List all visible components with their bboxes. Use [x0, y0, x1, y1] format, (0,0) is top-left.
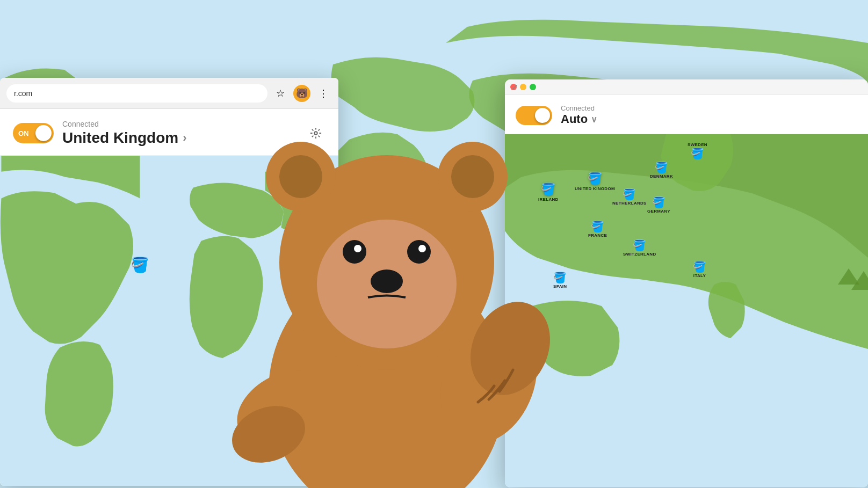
netherlands-pin: 🪣 NETHERLANDS [612, 188, 647, 206]
connected-status: Connected [62, 120, 298, 128]
desktop-connected-label: Connected [561, 104, 597, 112]
desktop-chevron-icon: ∨ [591, 114, 597, 125]
chevron-right-icon: › [183, 131, 186, 145]
desktop-map-svg [505, 134, 868, 487]
minimize-button[interactable] [520, 84, 526, 90]
toggle-knob [35, 125, 52, 141]
svg-point-3 [314, 132, 317, 135]
toggle-label: ON [18, 129, 29, 137]
tunnelbear-extension-icon[interactable]: 🐻 [293, 85, 310, 102]
switzerland-pin: 🪣 SWITZERLAND [623, 239, 656, 257]
desktop-country-row[interactable]: Auto ∨ [561, 112, 597, 126]
ireland-pin: 🪣 IRELAND [538, 183, 559, 202]
gear-icon [310, 127, 322, 139]
desktop-mode-text: Auto [561, 112, 588, 126]
desktop-connection-info: Connected Auto ∨ [561, 104, 597, 126]
country-display[interactable]: United Kingdom › [62, 129, 298, 147]
menu-icon[interactable]: ⋮ [315, 85, 332, 102]
app-titlebar: ⤢ [505, 79, 868, 94]
desktop-app-header: Connected Auto ∨ [505, 94, 868, 134]
desktop-map: 🪣 IRELAND 🪣 UNITED KINGDOM 🪣 NETHERLANDS… [505, 134, 868, 487]
desktop-toggle-knob [535, 108, 550, 123]
uk-map-pin: 🪣 🐻 [131, 256, 149, 274]
sweden-pin: SWEDEN 🪣 [688, 142, 707, 160]
bookmark-icon[interactable]: ☆ [272, 85, 289, 102]
url-text: r.com [14, 89, 32, 98]
maximize-button[interactable] [530, 84, 536, 90]
uk-pin: 🪣 UNITED KINGDOM [575, 172, 615, 191]
browser-toolbar: r.com ☆ 🐻 ⋮ [0, 78, 338, 109]
popup-header: ON Connected United Kingdom › [0, 109, 338, 156]
spain-pin: 🪣 SPAIN [553, 271, 567, 289]
desktop-vpn-toggle[interactable] [516, 106, 552, 125]
connection-info: Connected United Kingdom › [62, 120, 298, 147]
desktop-app: ⤢ Connected Auto ∨ [505, 79, 868, 487]
denmark-pin: 🪣 DENMARK [650, 161, 673, 179]
vpn-toggle[interactable]: ON [13, 123, 54, 143]
country-name-text: United Kingdom [62, 129, 178, 147]
france-pin: 🪣 FRANCE [588, 220, 607, 238]
settings-button[interactable] [306, 123, 326, 143]
popup-map: 🪣 🐻 [0, 156, 338, 486]
address-bar[interactable]: r.com [6, 84, 267, 103]
germany-pin: 🪣 GERMANY [647, 196, 670, 214]
italy-pin: 🪣 ITALY [693, 260, 706, 278]
popup-map-svg [0, 156, 338, 486]
resize-icon: ⤢ [511, 82, 518, 92]
browser-extension-popup: r.com ☆ 🐻 ⋮ ON Connected United Kingdom … [0, 78, 338, 486]
